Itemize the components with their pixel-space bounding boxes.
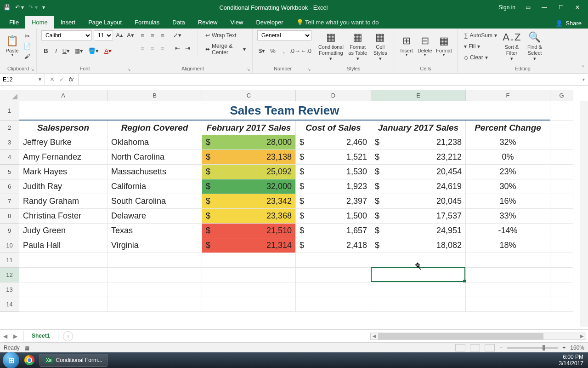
cell[interactable]: $28,000 [202,135,296,150]
cell[interactable] [550,297,573,312]
maximize-icon[interactable]: ☐ [557,4,565,11]
currency-icon[interactable]: $▾ [257,46,266,55]
header-cell[interactable]: Region Covered [107,121,202,135]
cell[interactable] [296,282,371,297]
row-header[interactable]: 7 [0,194,19,209]
insert-cells-button[interactable]: ⊞Insert▾ [399,30,414,63]
cell[interactable]: $2,397 [296,194,371,209]
cell[interactable] [107,297,202,312]
cell[interactable]: $23,368 [202,209,296,224]
cell[interactable]: California [107,179,202,194]
tab-view[interactable]: View [224,16,249,29]
cell[interactable]: Judith Ray [19,179,107,194]
save-icon[interactable]: 💾 [4,4,11,11]
align-center-icon[interactable]: ≡ [148,43,157,52]
cell[interactable]: $24,951 [371,224,466,238]
minimize-icon[interactable]: — [540,4,548,11]
fill-color-icon[interactable]: 🪣▾ [86,46,100,55]
share-button[interactable]: 👤Share [549,18,588,29]
font-launcher-icon[interactable]: ↘ [127,67,131,72]
cell[interactable]: Virginia [107,238,202,253]
qat-customize-icon[interactable]: ▾ [42,4,45,11]
cell[interactable] [550,179,573,194]
wrap-text-button[interactable]: ↩Wrap Text [204,30,248,40]
cell[interactable]: $21,238 [371,135,466,150]
cell[interactable]: $25,092 [202,165,296,179]
alignment-launcher-icon[interactable]: ↘ [247,67,250,72]
number-format-select[interactable]: General [257,30,311,40]
vertical-scrollbar[interactable] [580,101,588,327]
cell[interactable]: $1,923 [296,179,371,194]
cell[interactable]: 33% [466,209,550,224]
align-bottom-icon[interactable]: ≡ [158,30,167,40]
system-clock[interactable]: 6:00 PM 3/14/2017 [559,354,588,367]
header-cell[interactable]: Cost of Sales [296,121,371,135]
row-header[interactable]: 14 [0,297,19,312]
cell[interactable]: $23,342 [202,194,296,209]
column-header-A[interactable]: A [19,90,107,101]
cell[interactable] [19,282,107,297]
cell[interactable]: South Carolina [107,194,202,209]
tab-home[interactable]: Home [25,16,54,29]
cell[interactable] [466,268,550,282]
format-painter-icon[interactable]: 🖌 [23,52,32,61]
font-color-icon[interactable]: A▾ [101,46,115,55]
cell[interactable]: 18% [466,238,550,253]
autosum-button[interactable]: ∑AutoSum ▾ [462,30,499,40]
font-size-select[interactable]: 11 [94,30,113,40]
cell[interactable]: $1,657 [296,224,371,238]
header-cell[interactable]: February 2017 Sales [202,121,296,135]
zoom-slider[interactable] [507,347,558,349]
cell[interactable]: Christina Foster [19,209,107,224]
row-header[interactable]: 8 [0,209,19,224]
cell[interactable] [466,253,550,268]
cell[interactable]: $24,619 [371,179,466,194]
underline-button[interactable]: U▾ [62,46,71,55]
view-page-break-icon[interactable] [485,344,495,351]
column-header-D[interactable]: D [296,90,371,101]
fill-button[interactable]: ▾Fill ▾ [462,41,499,52]
format-as-table-button[interactable]: ▦Format as Table ▾ [347,30,369,63]
sort-filter-button[interactable]: A↓ZSort & Filter ▾ [502,30,522,63]
cell[interactable] [466,297,550,312]
cell[interactable]: $17,537 [371,209,466,224]
cancel-formula-icon[interactable]: ✕ [50,76,55,83]
number-launcher-icon[interactable]: ↘ [307,67,311,72]
chrome-taskbar-icon[interactable] [22,354,37,367]
merge-center-button[interactable]: ⬌Merge & Center ▾ [204,44,248,54]
cell[interactable]: -14% [466,224,550,238]
percent-icon[interactable]: % [268,46,277,55]
title-cell[interactable]: Sales Team Review [19,101,550,121]
cell[interactable]: $2,460 [296,135,371,150]
borders-icon[interactable]: ▦▾ [72,46,85,55]
cell[interactable]: Massachusetts [107,165,202,179]
clipboard-launcher-icon[interactable]: ↘ [31,67,34,72]
copy-icon[interactable]: 📄 [23,41,32,51]
decrease-indent-icon[interactable]: ⇤ [173,43,182,52]
undo-icon[interactable]: ↶ ▾ [15,4,24,11]
cell[interactable] [371,268,466,282]
align-top-icon[interactable]: ≡ [138,30,147,40]
ribbon-display-icon[interactable]: ▭ [524,4,532,11]
tab-review[interactable]: Review [192,16,224,29]
name-box-dropdown-icon[interactable]: ▼ [36,77,44,82]
cell[interactable]: Paula Hall [19,238,107,253]
cell[interactable]: $18,082 [371,238,466,253]
cell[interactable] [107,282,202,297]
format-cells-button[interactable]: ▦Format▾ [435,30,452,63]
column-header-E[interactable]: E [371,90,466,101]
row-header[interactable]: 1 [0,101,19,121]
cell[interactable]: $2,418 [296,238,371,253]
cell[interactable]: $23,138 [202,150,296,165]
cell[interactable]: Randy Graham [19,194,107,209]
cell[interactable] [296,253,371,268]
cell[interactable] [550,224,573,238]
row-header[interactable]: 13 [0,282,19,297]
cell[interactable] [550,194,573,209]
tab-formulas[interactable]: Formulas [128,16,166,29]
cell[interactable]: Jeffrey Burke [19,135,107,150]
align-middle-icon[interactable]: ≡ [148,30,157,40]
tab-data[interactable]: Data [166,16,191,29]
cell[interactable]: $1,530 [296,165,371,179]
cell[interactable] [550,101,573,121]
